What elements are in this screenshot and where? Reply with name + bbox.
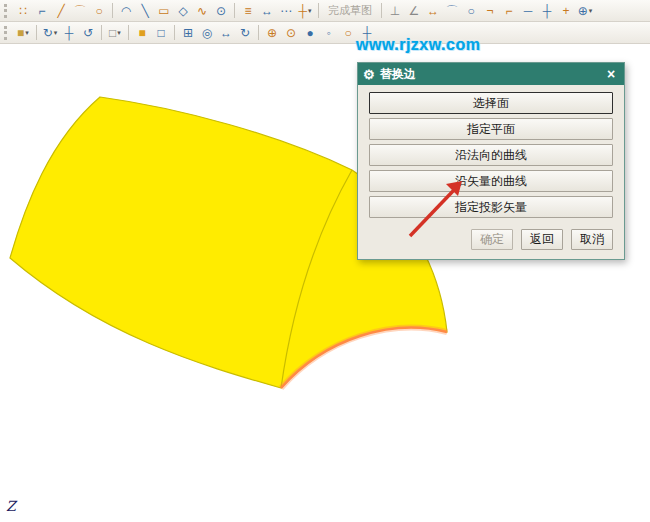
pattern-curve-icon[interactable]: ⋯ — [277, 2, 295, 20]
toolbar-row-1: ∷⌐╱⌒○◠╲▭◇∿⊙≡↔⋯┼▾完成草图⊥∠↔⌒○¬⌐─┼+⊕▾ — [0, 0, 650, 22]
circle-icon[interactable]: ○ — [90, 2, 108, 20]
toolbar-row-2: ■▾↻▾┼↺□▾■□⊞◎↔↻⊕⊙●◦○┼ — [0, 22, 650, 44]
chamfer-icon[interactable]: ╲ — [136, 2, 154, 20]
dropdown-arrow-icon[interactable]: ▾ — [589, 7, 593, 14]
orient-view-icon[interactable]: ↻▾ — [41, 24, 59, 42]
toolbar-grip[interactable] — [4, 4, 9, 18]
center-point-icon[interactable]: ○ — [339, 24, 357, 42]
finish-sketch-button: 完成草图 — [323, 3, 377, 18]
toolbar-separator — [318, 3, 319, 18]
toolbar-separator — [258, 25, 259, 40]
replace-edge-dialog: ⚙ 替换边 × 选择面指定平面沿法向的曲线沿矢量的曲线指定投影矢量确定返回取消 — [357, 62, 625, 260]
dialog-titlebar[interactable]: ⚙ 替换边 × — [358, 63, 624, 85]
dialog-action-button[interactable]: 指定平面 — [369, 118, 613, 140]
dialog-footer-button[interactable]: 返回 — [521, 229, 563, 250]
corner-icon[interactable]: ¬ — [481, 2, 499, 20]
polygon-icon[interactable]: ◇ — [174, 2, 192, 20]
profile-icon[interactable]: ⌐ — [33, 2, 51, 20]
quick-trim-icon[interactable]: ┼ — [538, 2, 556, 20]
datum-plane-icon[interactable]: □▾ — [106, 24, 124, 42]
dropdown-arrow-icon[interactable]: ▾ — [117, 29, 121, 36]
watermark-text: www.rjzxw.com — [356, 36, 480, 54]
rotate-view-icon[interactable]: ↺ — [79, 24, 97, 42]
arc-icon[interactable]: ⌒ — [71, 2, 89, 20]
ellipse-icon[interactable]: ⊙ — [212, 2, 230, 20]
end-point-icon[interactable]: ● — [301, 24, 319, 42]
toolbar-separator — [381, 3, 382, 18]
toolbar-separator — [36, 25, 37, 40]
pan-icon[interactable]: ↔ — [217, 24, 235, 42]
mirror-curve-icon[interactable]: ↔ — [258, 2, 276, 20]
zoom-view-icon[interactable]: ◎ — [198, 24, 216, 42]
dialog-footer: 确定返回取消 — [369, 229, 613, 250]
dialog-action-button[interactable]: 指定投影矢量 — [369, 196, 613, 218]
dimension-icon[interactable]: ↔ — [424, 2, 442, 20]
dialog-action-button[interactable]: 选择面 — [369, 92, 613, 114]
dialog-footer-button: 确定 — [471, 229, 513, 250]
z-axis-label: Z — [6, 498, 16, 514]
dialog-title: 替换边 — [380, 66, 598, 83]
trim-icon[interactable]: ⌐ — [500, 2, 518, 20]
dialog-action-button[interactable]: 沿矢量的曲线 — [369, 170, 613, 192]
dropdown-arrow-icon[interactable]: ▾ — [308, 7, 312, 14]
rectangle-icon[interactable]: ▭ — [155, 2, 173, 20]
spline-icon[interactable]: ∿ — [193, 2, 211, 20]
snap-plus-icon[interactable]: + — [557, 2, 575, 20]
fit-view-icon[interactable]: ⊞ — [179, 24, 197, 42]
toolbar-separator — [234, 3, 235, 18]
extend-icon[interactable]: ─ — [519, 2, 537, 20]
view-cube-icon[interactable]: ■▾ — [14, 24, 32, 42]
dropdown-arrow-icon[interactable]: ▾ — [54, 29, 58, 36]
snap-point-icon[interactable]: ⊕ — [263, 24, 281, 42]
toolbar-separator — [101, 25, 102, 40]
mid-point-icon[interactable]: ◦ — [320, 24, 338, 42]
pan-view-icon[interactable]: ┼ — [60, 24, 78, 42]
dropdown-arrow-icon[interactable]: ▾ — [25, 29, 29, 36]
shaded-view-icon[interactable]: ■ — [133, 24, 151, 42]
offset-curve-icon[interactable]: ≡ — [239, 2, 257, 20]
toolbar-separator — [174, 25, 175, 40]
toolbar-separator — [128, 25, 129, 40]
more-tools-icon[interactable]: ⊕▾ — [576, 2, 594, 20]
dialog-footer-button[interactable]: 取消 — [571, 229, 613, 250]
wireframe-view-icon[interactable]: □ — [152, 24, 170, 42]
circle-tool-icon[interactable]: ○ — [462, 2, 480, 20]
intersection-point-icon[interactable]: ┼▾ — [296, 2, 314, 20]
dialog-button-list: 选择面指定平面沿法向的曲线沿矢量的曲线指定投影矢量确定返回取消 — [358, 85, 624, 259]
toolbar-separator — [112, 3, 113, 18]
arc-tool-icon[interactable]: ⌒ — [443, 2, 461, 20]
toolbar-grip[interactable] — [4, 26, 9, 40]
gear-icon: ⚙ — [363, 68, 375, 81]
close-icon[interactable]: × — [603, 66, 619, 82]
fillet-icon[interactable]: ◠ — [117, 2, 135, 20]
dialog-action-button[interactable]: 沿法向的曲线 — [369, 144, 613, 166]
rotate-icon[interactable]: ↻ — [236, 24, 254, 42]
constraint-icon[interactable]: ⊥ — [386, 2, 404, 20]
angle-constraint-icon[interactable]: ∠ — [405, 2, 423, 20]
line-icon[interactable]: ╱ — [52, 2, 70, 20]
sketch-point-icon[interactable]: ∷ — [14, 2, 32, 20]
point-on-curve-icon[interactable]: ⊙ — [282, 24, 300, 42]
